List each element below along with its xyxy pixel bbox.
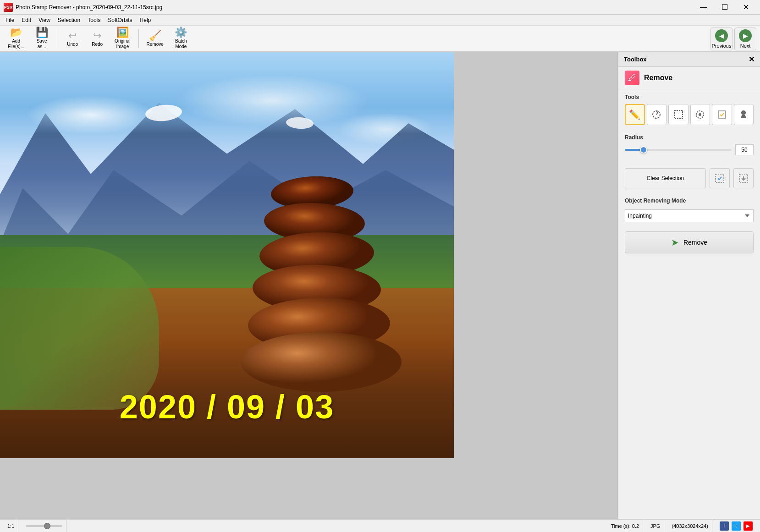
menu-file[interactable]: File xyxy=(2,16,18,24)
radius-row: 50 xyxy=(625,144,754,155)
social-icon-2[interactable]: t xyxy=(732,521,741,531)
format-label: JPG xyxy=(650,523,660,529)
photo-display: 2020 / 09 / 03 xyxy=(0,52,454,458)
svg-rect-13 xyxy=(716,174,724,182)
load-selection-button[interactable] xyxy=(733,168,754,188)
status-icons-row: f t ▶ xyxy=(720,521,753,531)
radius-value[interactable]: 50 xyxy=(735,144,754,155)
nav-buttons: ◀ Previous ▶ Next xyxy=(710,27,756,50)
zoom-slider[interactable] xyxy=(26,525,62,527)
zoom-slider-thumb[interactable] xyxy=(44,523,50,529)
status-zoom-display: 1:1 xyxy=(4,520,18,532)
undo-icon: ↩ xyxy=(68,31,77,41)
svg-rect-7 xyxy=(674,110,683,119)
toolbox-title: Toolbox xyxy=(624,56,647,63)
original-image-label: OriginalImage xyxy=(115,38,130,49)
save-as-icon: 💾 xyxy=(36,27,48,38)
add-files-icon: 📂 xyxy=(10,27,22,38)
next-arrow-icon: ▶ xyxy=(739,29,752,42)
toolbox-panel: Toolbox ✕ 🖊 Remove Tools ✏️ xyxy=(618,52,760,519)
tool-rect-select[interactable] xyxy=(668,104,688,125)
redo-icon: ↪ xyxy=(93,31,101,41)
main-area: 2020 / 09 / 03 Toolbox ✕ 🖊 Remove Tools … xyxy=(0,52,760,519)
original-image-button[interactable]: 🖼️ OriginalImage xyxy=(110,27,134,50)
left-hillside xyxy=(0,247,159,409)
remove-section-icon: 🖊 xyxy=(625,71,639,85)
radius-label: Radius xyxy=(625,134,754,141)
date-stamp: 2020 / 09 / 03 xyxy=(120,388,334,426)
remove-section-header: 🖊 Remove xyxy=(618,67,760,89)
selection-row: Clear Selection xyxy=(625,168,754,188)
original-image-icon: 🖼️ xyxy=(116,27,129,38)
radius-section: Radius 50 xyxy=(618,130,760,160)
close-button[interactable]: ✕ xyxy=(735,0,756,15)
toolbar-separator-1 xyxy=(57,29,57,48)
tool-smart-select[interactable] xyxy=(712,104,732,125)
previous-label: Previous xyxy=(712,43,732,49)
load-selection-icon xyxy=(738,173,749,183)
radius-slider-thumb[interactable] xyxy=(640,146,647,154)
radius-slider[interactable] xyxy=(625,149,732,151)
rect-select-icon xyxy=(673,109,684,120)
next-button[interactable]: ▶ Next xyxy=(734,27,756,50)
status-time: Time (s): 0.2 xyxy=(607,520,643,532)
remove-button-arrow-icon: ➤ xyxy=(671,237,679,248)
tool-magic-wand[interactable] xyxy=(690,104,710,125)
save-selection-icon xyxy=(715,173,725,183)
toolbox-header: Toolbox ✕ xyxy=(618,52,760,67)
previous-button[interactable]: ◀ Previous xyxy=(710,27,732,50)
toolbox-close-button[interactable]: ✕ xyxy=(749,55,754,64)
menu-view[interactable]: View xyxy=(35,16,54,24)
clear-selection-label: Clear Selection xyxy=(647,175,684,181)
remove-section-title: Remove xyxy=(644,74,672,82)
redo-button[interactable]: ↪ Redo xyxy=(86,27,109,50)
save-as-label: Saveas... xyxy=(37,38,47,49)
svg-rect-12 xyxy=(742,115,745,117)
svg-point-9 xyxy=(699,113,701,116)
mode-section: Object Removing Mode Inpainting Smart Fi… xyxy=(618,193,760,227)
tools-label: Tools xyxy=(625,94,754,100)
menu-edit[interactable]: Edit xyxy=(18,16,35,24)
status-zoom-slider-segment xyxy=(22,520,66,532)
previous-arrow-icon: ◀ xyxy=(715,29,728,42)
tool-stamp[interactable] xyxy=(734,104,754,125)
social-icon-3[interactable]: ▶ xyxy=(743,521,753,531)
batch-mode-button[interactable]: ⚙️ BatchMode xyxy=(170,27,193,50)
remove-button-label: Remove xyxy=(683,239,707,246)
add-files-label: AddFile(s)... xyxy=(8,38,24,49)
add-files-button[interactable]: 📂 AddFile(s)... xyxy=(4,27,28,50)
save-selection-button[interactable] xyxy=(710,168,730,188)
selection-section: Clear Selection xyxy=(618,160,760,193)
tool-lasso[interactable] xyxy=(647,104,666,125)
status-format: JPG xyxy=(647,520,664,532)
svg-point-5 xyxy=(241,332,402,392)
social-icon-1[interactable]: f xyxy=(720,521,729,531)
menu-softorbits[interactable]: SoftOrbits xyxy=(104,16,136,24)
remove-button-toolbar[interactable]: 🧹 Remove xyxy=(143,27,168,50)
canvas-area[interactable]: 2020 / 09 / 03 xyxy=(0,52,617,519)
window-controls: — ☐ ✕ xyxy=(693,0,756,15)
tools-row: ✏️ xyxy=(625,104,754,125)
toolbar-separator-2 xyxy=(138,29,139,48)
clear-selection-button[interactable]: Clear Selection xyxy=(625,168,706,188)
magic-wand-icon xyxy=(694,109,705,120)
dimensions-label: (4032x3024x24) xyxy=(672,523,708,529)
radius-slider-fill xyxy=(625,149,641,151)
save-as-button[interactable]: 💾 Saveas... xyxy=(30,27,53,50)
app-icon: PSR xyxy=(4,3,13,12)
zoom-ratio-label: 1:1 xyxy=(7,523,14,529)
redo-label: Redo xyxy=(92,42,103,47)
undo-button[interactable]: ↩ Undo xyxy=(61,27,84,50)
remove-action-button[interactable]: ➤ Remove xyxy=(625,231,754,253)
mode-select[interactable]: Inpainting Smart Fill Texture Analysis xyxy=(625,209,754,222)
menu-selection[interactable]: Selection xyxy=(54,16,84,24)
smart-select-icon xyxy=(716,109,727,120)
svg-point-10 xyxy=(741,110,746,115)
titlebar: PSR Photo Stamp Remover - photo_2020-09-… xyxy=(0,0,760,15)
window-title: Photo Stamp Remover - photo_2020-09-03_2… xyxy=(16,4,693,11)
maximize-button[interactable]: ☐ xyxy=(714,0,735,15)
menu-tools[interactable]: Tools xyxy=(84,16,104,24)
tool-brush[interactable]: ✏️ xyxy=(625,104,645,125)
minimize-button[interactable]: — xyxy=(693,0,714,15)
menu-help[interactable]: Help xyxy=(136,16,155,24)
